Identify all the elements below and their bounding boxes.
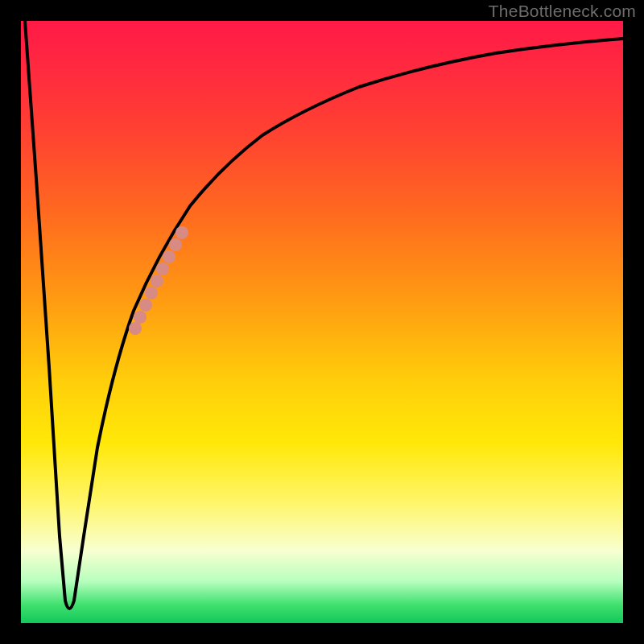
highlight-marker (175, 226, 188, 239)
outer-black-frame: TheBottleneck.com (0, 0, 644, 644)
highlight-marker (163, 250, 175, 263)
chart-svg (21, 21, 623, 623)
watermark-text: TheBottleneck.com (489, 2, 636, 21)
highlight-marker (139, 299, 152, 312)
highlight-marker-group (129, 226, 188, 335)
main-curve (25, 21, 623, 609)
highlight-marker (129, 322, 142, 335)
highlight-marker (156, 262, 169, 275)
highlight-marker (134, 311, 147, 324)
highlight-marker (169, 238, 182, 251)
plot-area (21, 21, 623, 623)
highlight-marker (145, 287, 158, 299)
highlight-marker (151, 275, 163, 287)
